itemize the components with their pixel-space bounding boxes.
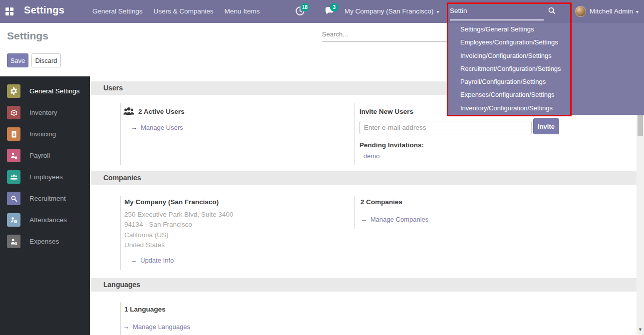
chevron-down-icon: ▾ — [636, 9, 639, 14]
gear-icon — [7, 84, 20, 98]
company-switcher-label: My Company (San Francisco) — [344, 7, 434, 15]
manage-languages-link[interactable]: →Manage Languages — [123, 323, 190, 331]
invite-button[interactable]: Invite — [533, 118, 559, 134]
user-menu[interactable]: Mitchell Admin▾ — [590, 7, 639, 15]
settings-content: Users 2 Active Users →Manage Users Invit… — [90, 76, 644, 335]
svg-text:$: $ — [12, 132, 15, 137]
sidebar-item-label: Inventory — [29, 109, 57, 116]
manage-companies-link[interactable]: →Manage Companies — [360, 216, 428, 223]
odoo-settings-app: Settings General Settings Users & Compan… — [0, 0, 644, 335]
chevron-down-icon: ▾ — [437, 9, 439, 14]
update-info-link[interactable]: →Update Info — [130, 257, 174, 264]
navbar-search-input[interactable] — [450, 4, 542, 17]
arrow-right-icon: → — [130, 257, 137, 264]
top-menu: General Settings Users & Companies Menu … — [92, 7, 260, 15]
company-switcher[interactable]: My Company (San Francisco)▾ — [344, 7, 439, 15]
sidebar-item-label: Attendances — [29, 216, 67, 224]
divider — [120, 196, 121, 270]
nav-item-users-companies[interactable]: Users & Companies — [154, 7, 214, 15]
sidebar-item-label: General Settings — [29, 87, 80, 95]
invite-email-field[interactable] — [359, 121, 532, 134]
search-suggestion[interactable]: Payroll/Configuration/Settings — [447, 75, 644, 88]
user-avatar[interactable] — [575, 6, 586, 17]
languages-count: 1 Languages — [124, 306, 166, 313]
company-address-line: 250 Executive Park Blvd, Suite 3400 — [124, 211, 233, 218]
search-suggestion[interactable]: Employees/Configuration/Settings — [447, 36, 644, 49]
company-address-line: 94134 - San Francisco — [124, 221, 192, 228]
employees-icon — [7, 170, 20, 184]
page-title: Settings — [7, 30, 48, 42]
company-address-line: United States — [124, 241, 165, 249]
payroll-icon — [7, 149, 20, 162]
messages-chat-icon[interactable]: 3 — [324, 6, 334, 16]
scrollbar-down-arrow[interactable]: ▼ — [637, 327, 644, 334]
messages-badge: 3 — [330, 3, 338, 11]
divider — [354, 196, 355, 229]
search-underline — [450, 19, 544, 20]
manage-users-link[interactable]: →Manage Users — [131, 124, 183, 131]
attendance-icon — [7, 213, 20, 227]
sidebar-item-employees[interactable]: Employees — [0, 166, 90, 188]
sidebar-item-inventory[interactable]: Inventory — [0, 102, 90, 123]
app-title[interactable]: Settings — [24, 4, 64, 16]
search-suggestion[interactable]: Settings/General Settings — [447, 23, 644, 36]
top-navbar: Settings General Settings Users & Compan… — [0, 0, 644, 23]
arrow-right-icon: → — [131, 124, 137, 131]
apps-grid-icon[interactable] — [5, 7, 13, 15]
settings-sidebar: General Settings Inventory $ Invoicing P… — [0, 76, 90, 335]
box-icon — [7, 106, 20, 119]
company-name: My Company (San Francisco) — [124, 198, 219, 206]
section-header-languages: Languages — [91, 278, 638, 292]
company-address-line: California (US) — [124, 231, 169, 239]
arrow-right-icon: → — [123, 323, 129, 331]
sidebar-item-label: Recruitment — [29, 195, 66, 202]
active-users-count: 2 Active Users — [138, 108, 185, 115]
discard-button[interactable]: Discard — [31, 53, 61, 67]
sidebar-item-label: Invoicing — [29, 130, 56, 138]
nav-item-menu-items[interactable]: Menu Items — [225, 7, 260, 15]
sidebar-item-label: Expenses — [29, 238, 59, 245]
user-menu-label: Mitchell Admin — [590, 7, 633, 15]
arrow-right-icon: → — [360, 216, 367, 223]
scrollbar-thumb[interactable] — [638, 115, 643, 136]
section-header-companies: Companies — [91, 171, 638, 185]
sidebar-item-recruitment[interactable]: Recruitment — [0, 188, 90, 209]
users-group-icon — [123, 105, 135, 117]
search-suggestion[interactable]: Invoicing/Configuration/Settings — [447, 49, 644, 62]
activities-clock-icon[interactable]: 18 — [295, 6, 305, 16]
divider — [120, 302, 121, 335]
invoice-icon: $ — [7, 127, 20, 141]
search-suggestions-dropdown: Settings/General Settings Employees/Conf… — [447, 23, 644, 115]
pending-invitations-label: Pending Invitations: — [359, 141, 424, 149]
svg-text:$: $ — [14, 241, 17, 245]
sidebar-item-label: Payroll — [29, 152, 50, 159]
search-suggestion[interactable]: Recruitment/Configuration/Settings — [447, 62, 644, 75]
save-button[interactable]: Save — [7, 53, 28, 67]
nav-item-general-settings[interactable]: General Settings — [92, 7, 143, 15]
search-icon[interactable] — [548, 6, 556, 15]
sidebar-item-label: Employees — [29, 173, 63, 181]
sidebar-item-general-settings[interactable]: General Settings — [0, 80, 90, 102]
pending-user-link[interactable]: demo — [363, 152, 380, 160]
activities-badge: 18 — [301, 3, 309, 11]
magnifier-icon — [7, 192, 20, 205]
sidebar-item-invoicing[interactable]: $ Invoicing — [0, 123, 90, 145]
sidebar-item-expenses[interactable]: $ Expenses — [0, 231, 90, 252]
sidebar-item-attendances[interactable]: Attendances — [0, 209, 90, 231]
divider — [120, 103, 121, 165]
divider — [354, 103, 355, 165]
invite-new-users-label: Invite New Users — [359, 108, 413, 115]
search-suggestion[interactable]: Inventory/Configuration/Settings — [447, 102, 644, 115]
companies-count: 2 Companies — [360, 198, 402, 206]
search-suggestion[interactable]: Expenses/Configuration/Settings — [447, 88, 644, 101]
expenses-icon: $ — [7, 235, 20, 248]
sidebar-item-payroll[interactable]: Payroll — [0, 145, 90, 166]
